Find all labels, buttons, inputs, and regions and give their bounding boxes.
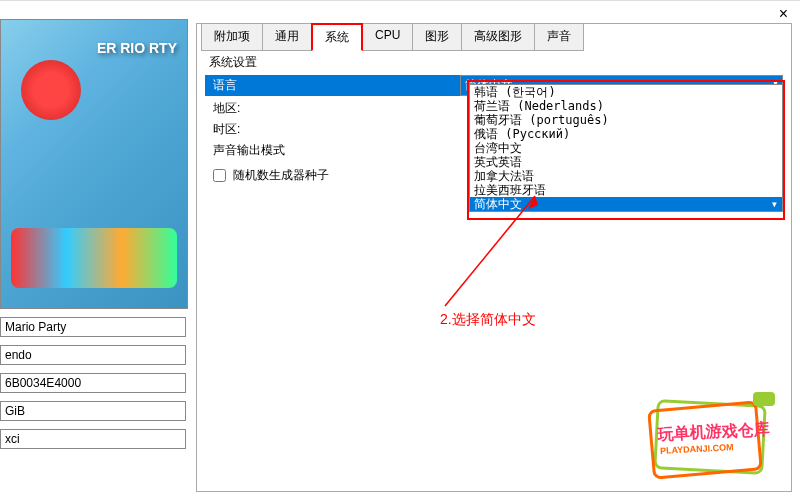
game-cover-image: ER RIO RTY bbox=[0, 19, 188, 309]
audio-mode-label: 声音输出模式 bbox=[205, 142, 460, 159]
section-title: 系统设置 bbox=[209, 54, 783, 71]
language-option[interactable]: 加拿大法语 bbox=[470, 169, 782, 183]
format-field[interactable]: xci bbox=[0, 429, 186, 449]
game-title-field[interactable]: Mario Party bbox=[0, 317, 186, 337]
tab-3[interactable]: CPU bbox=[362, 23, 413, 51]
size-field[interactable]: GiB bbox=[0, 401, 186, 421]
tab-4[interactable]: 图形 bbox=[412, 23, 462, 51]
rng-seed-checkbox[interactable] bbox=[213, 169, 226, 182]
tab-6[interactable]: 声音 bbox=[534, 23, 584, 51]
tab-2[interactable]: 系统 bbox=[311, 23, 363, 51]
language-option[interactable]: 俄语 (Русский) bbox=[470, 127, 782, 141]
timezone-label: 时区: bbox=[205, 121, 460, 138]
left-panel: ER RIO RTY Mario Party endo 6B0034E4000 … bbox=[0, 19, 190, 449]
annotation-text: 2.选择简体中文 bbox=[440, 311, 536, 329]
tab-bar: 附加项通用系统CPU图形高级图形声音 bbox=[201, 23, 583, 51]
game-title-overlay: ER RIO RTY bbox=[97, 40, 177, 57]
language-label: 语言 bbox=[205, 75, 460, 96]
language-option[interactable]: 韩语 (한국어) bbox=[470, 85, 782, 99]
tab-1[interactable]: 通用 bbox=[262, 23, 312, 51]
language-option[interactable]: 英式英语 bbox=[470, 155, 782, 169]
language-option[interactable]: 台湾中文 bbox=[470, 141, 782, 155]
language-option[interactable]: 简体中文 bbox=[470, 197, 782, 211]
close-button[interactable]: × bbox=[779, 5, 788, 23]
language-option[interactable]: 拉美西班牙语 bbox=[470, 183, 782, 197]
publisher-field[interactable]: endo bbox=[0, 345, 186, 365]
title-id-field[interactable]: 6B0034E4000 bbox=[0, 373, 186, 393]
tab-5[interactable]: 高级图形 bbox=[461, 23, 535, 51]
watermark-logo: 玩单机游戏仓库 PLAYDANJI.COM bbox=[650, 400, 770, 480]
rng-seed-label: 随机数生成器种子 bbox=[233, 168, 329, 182]
language-options-list: 韩语 (한국어)荷兰语 (Nederlands)葡萄牙语 (português)… bbox=[469, 84, 783, 212]
tab-content: 系统设置 语言 简体中文 地区: 时区: 声音输出模式 随机数生成器种子 韩语 … bbox=[205, 48, 783, 188]
region-label: 地区: bbox=[205, 100, 460, 117]
language-option[interactable]: 葡萄牙语 (português) bbox=[470, 113, 782, 127]
language-option[interactable]: 荷兰语 (Nederlands) bbox=[470, 99, 782, 113]
tab-0[interactable]: 附加项 bbox=[201, 23, 263, 51]
